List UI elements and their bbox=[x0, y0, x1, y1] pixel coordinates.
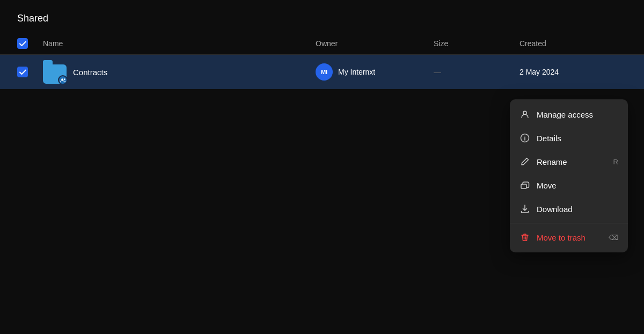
rename-label: Rename bbox=[537, 157, 607, 166]
manage-access-label: Manage access bbox=[537, 110, 618, 119]
trash-icon bbox=[519, 232, 530, 243]
info-icon bbox=[519, 133, 530, 143]
menu-item-details[interactable]: Details bbox=[510, 126, 628, 150]
file-name: Contracts bbox=[73, 68, 107, 77]
menu-item-move[interactable]: Move bbox=[510, 173, 628, 197]
folder-icon bbox=[43, 60, 67, 84]
menu-item-manage-access[interactable]: Manage access bbox=[510, 103, 628, 126]
owner-name: My Internxt bbox=[338, 68, 375, 76]
row-owner-col: MI My Internxt bbox=[316, 63, 434, 81]
move-icon bbox=[519, 180, 530, 191]
menu-item-rename[interactable]: Rename R bbox=[510, 150, 628, 173]
download-label: Download bbox=[537, 205, 618, 214]
pencil-icon bbox=[519, 156, 530, 167]
svg-point-1 bbox=[63, 78, 65, 80]
owner-info: MI My Internxt bbox=[316, 63, 434, 81]
svg-point-0 bbox=[61, 78, 63, 81]
svg-point-5 bbox=[524, 136, 525, 137]
header-size: Size bbox=[434, 39, 519, 48]
details-label: Details bbox=[537, 134, 618, 143]
trash-shortcut: ⌫ bbox=[609, 234, 618, 242]
menu-item-move-to-trash[interactable]: Move to trash ⌫ bbox=[510, 226, 628, 249]
row-check-col bbox=[17, 67, 43, 77]
context-menu: Manage access Details Rename R bbox=[510, 99, 628, 252]
move-to-trash-label: Move to trash bbox=[537, 233, 602, 242]
row-size-col: — bbox=[434, 67, 519, 77]
select-all-checkbox[interactable] bbox=[17, 38, 28, 49]
svg-point-2 bbox=[523, 111, 526, 114]
shared-badge bbox=[58, 75, 68, 85]
file-size: — bbox=[434, 68, 441, 76]
row-name-col: Contracts bbox=[43, 60, 316, 84]
table-header: Name Owner Size Created bbox=[0, 33, 644, 55]
row-created-col: 2 May 2024 bbox=[519, 67, 627, 77]
svg-rect-6 bbox=[521, 184, 526, 188]
file-table: Name Owner Size Created bbox=[0, 33, 644, 89]
menu-divider bbox=[510, 223, 628, 223]
menu-item-download[interactable]: Download bbox=[510, 197, 628, 221]
page-title: Shared bbox=[0, 0, 644, 33]
row-checkbox[interactable] bbox=[17, 67, 28, 77]
created-date: 2 May 2024 bbox=[519, 68, 559, 76]
person-icon bbox=[519, 109, 530, 120]
owner-avatar: MI bbox=[316, 63, 333, 81]
download-icon bbox=[519, 204, 530, 214]
header-check-col bbox=[17, 38, 43, 49]
header-created: Created bbox=[519, 39, 627, 48]
rename-shortcut: R bbox=[613, 158, 618, 166]
header-owner: Owner bbox=[316, 39, 434, 48]
header-name: Name bbox=[43, 39, 316, 48]
move-label: Move bbox=[537, 181, 618, 190]
table-row[interactable]: Contracts MI My Internxt — 2 May 2024 bbox=[0, 55, 644, 89]
